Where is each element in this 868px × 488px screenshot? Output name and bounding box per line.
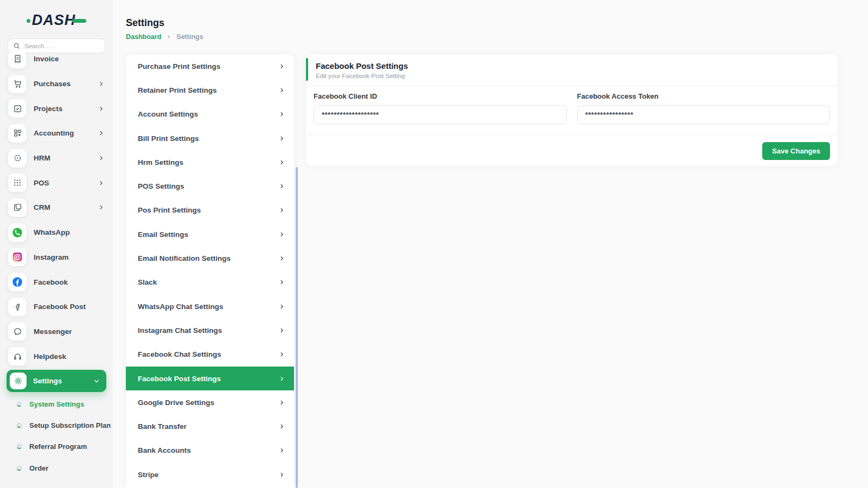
- messenger-icon: [8, 322, 27, 341]
- chevron-right-icon: [279, 447, 285, 453]
- client-id-input[interactable]: [314, 105, 567, 124]
- chevron-right-icon: [279, 183, 285, 189]
- client-id-field: Facebook Client ID: [314, 92, 567, 124]
- menu-item-account-settings[interactable]: Account Settings: [126, 102, 294, 126]
- menu-item-facebook-chat-settings[interactable]: Facebook Chat Settings: [126, 343, 294, 367]
- chevron-right-icon: [98, 180, 104, 186]
- chevron-right-icon: [279, 63, 285, 69]
- facebook-icon: [8, 273, 27, 291]
- chevron-right-icon: [279, 376, 285, 382]
- crm-icon: [8, 198, 27, 217]
- purchases-icon: [8, 75, 27, 93]
- sidebar-item-whatsapp[interactable]: WhatsApp: [0, 220, 113, 245]
- chevron-right-icon: [279, 351, 285, 357]
- chevron-right-icon: [279, 423, 285, 429]
- save-changes-button[interactable]: Save Changes: [762, 142, 830, 160]
- menu-item-bank-accounts[interactable]: Bank Accounts: [126, 439, 294, 463]
- chevron-right-icon: [98, 106, 104, 112]
- chevron-right-icon: [279, 232, 285, 237]
- breadcrumb-chevron-icon: [166, 34, 171, 40]
- chevron-right-icon: [279, 279, 285, 285]
- sidebar-item-messenger[interactable]: Messenger: [0, 319, 113, 344]
- helpdesk-icon: [8, 347, 27, 365]
- menu-item-pos-settings[interactable]: POS Settings: [126, 174, 294, 198]
- projects-icon: [8, 99, 27, 118]
- facebook-post-settings-panel: Facebook Post Settings Edit your Faceboo…: [306, 54, 838, 166]
- menu-item-slack[interactable]: Slack: [126, 271, 294, 294]
- chevron-right-icon: [279, 255, 285, 261]
- sidebar-subitem-system-settings[interactable]: System Settings: [0, 394, 113, 415]
- panel-body: Facebook Client ID Facebook Access Token: [306, 86, 838, 135]
- sidebar-subitem-order[interactable]: Order: [0, 458, 113, 479]
- chevron-right-icon: [279, 159, 285, 165]
- sidebar: DASH InvoicePurchasesProjectsAccountingH…: [0, 0, 113, 488]
- menu-item-email-notification-settings[interactable]: Email Notification Settings: [126, 246, 294, 270]
- hrm-icon: [8, 149, 27, 168]
- sidebar-nav: InvoicePurchasesProjectsAccountingHRMPOS…: [0, 47, 113, 479]
- sidebar-item-instagram[interactable]: Instagram: [0, 245, 113, 270]
- logo-dot-icon: [27, 19, 30, 23]
- facebook-post-icon: [8, 298, 27, 316]
- sidebar-item-projects[interactable]: Projects: [0, 96, 113, 121]
- chevron-right-icon: [279, 207, 285, 213]
- settings-menu: Purchase Print SettingsRetainer Print Se…: [126, 54, 294, 488]
- bullet-icon: [17, 423, 22, 428]
- chevron-right-icon: [279, 472, 285, 478]
- menu-item-bank-transfer[interactable]: Bank Transfer: [126, 414, 294, 438]
- instagram-icon: [8, 248, 27, 266]
- menu-item-stripe[interactable]: Stripe: [126, 463, 294, 486]
- whatsapp-icon: [8, 223, 27, 242]
- settings-menu-scrollbar[interactable]: [296, 167, 298, 488]
- menu-item-whatsapp-chat-settings[interactable]: WhatsApp Chat Settings: [126, 294, 294, 318]
- bullet-icon: [17, 444, 22, 449]
- menu-item-instagram-chat-settings[interactable]: Instagram Chat Settings: [126, 318, 294, 342]
- chevron-right-icon: [279, 328, 285, 333]
- bullet-icon: [17, 466, 22, 471]
- chevron-right-icon: [98, 130, 104, 136]
- menu-item-pos-print-settings[interactable]: Pos Print Settings: [126, 198, 294, 222]
- menu-item-retainer-print-settings[interactable]: Retainer Print Settings: [126, 78, 294, 102]
- page-title: Settings: [126, 17, 203, 29]
- breadcrumb-current: Settings: [176, 33, 203, 41]
- menu-item-purchase-print-settings[interactable]: Purchase Print Settings: [126, 54, 294, 78]
- chevron-down-icon: [93, 378, 100, 384]
- gear-icon: [10, 373, 27, 389]
- chevron-right-icon: [279, 136, 285, 142]
- sidebar-item-facebook[interactable]: Facebook: [0, 269, 113, 294]
- client-id-label: Facebook Client ID: [314, 92, 567, 100]
- bullet-icon: [17, 402, 22, 407]
- sidebar-item-accounting[interactable]: Accounting: [0, 121, 113, 146]
- panel-subtitle: Edit your Facebook Post Setting: [316, 73, 829, 79]
- panel-footer: Save Changes: [306, 135, 838, 167]
- sidebar-item-helpdesk[interactable]: Helpdesk: [0, 344, 113, 369]
- invoice-icon: [8, 50, 27, 68]
- menu-item-email-settings[interactable]: Email Settings: [126, 222, 294, 246]
- chevron-right-icon: [98, 81, 104, 87]
- menu-item-facebook-post-settings[interactable]: Facebook Post Settings: [126, 367, 294, 390]
- sidebar-item-purchases[interactable]: Purchases: [0, 72, 113, 97]
- chevron-right-icon: [98, 155, 104, 161]
- menu-item-bill-print-settings[interactable]: Bill Print Settings: [126, 126, 294, 150]
- chevron-right-icon: [279, 87, 285, 93]
- accounting-icon: [8, 124, 27, 143]
- sidebar-item-invoice[interactable]: Invoice: [0, 47, 113, 72]
- page-header: Settings Dashboard Settings: [126, 17, 203, 41]
- sidebar-item-pos[interactable]: POS: [0, 170, 113, 195]
- sidebar-item-facebook-post[interactable]: Facebook Post: [0, 294, 113, 319]
- breadcrumb-dashboard-link[interactable]: Dashboard: [126, 33, 161, 41]
- access-token-input[interactable]: [577, 105, 831, 124]
- sidebar-subitem-setup-subscription-plan[interactable]: Setup Subscription Plan: [0, 415, 113, 436]
- menu-item-hrm-settings[interactable]: Hrm Settings: [126, 150, 294, 174]
- pos-icon: [8, 174, 27, 192]
- sidebar-item-crm[interactable]: CRM: [0, 195, 113, 220]
- app-logo: DASH: [0, 11, 113, 29]
- chevron-right-icon: [279, 111, 285, 117]
- access-token-field: Facebook Access Token: [577, 92, 831, 124]
- panel-title: Facebook Post Settings: [316, 61, 829, 70]
- logo-dash-icon: [72, 19, 86, 23]
- chevron-right-icon: [279, 304, 285, 310]
- sidebar-item-hrm[interactable]: HRM: [0, 146, 113, 171]
- sidebar-item-settings[interactable]: Settings: [0, 369, 113, 394]
- sidebar-subitem-referral-program[interactable]: Referral Program: [0, 436, 113, 457]
- menu-item-google-drive-settings[interactable]: Google Drive Settings: [126, 390, 294, 414]
